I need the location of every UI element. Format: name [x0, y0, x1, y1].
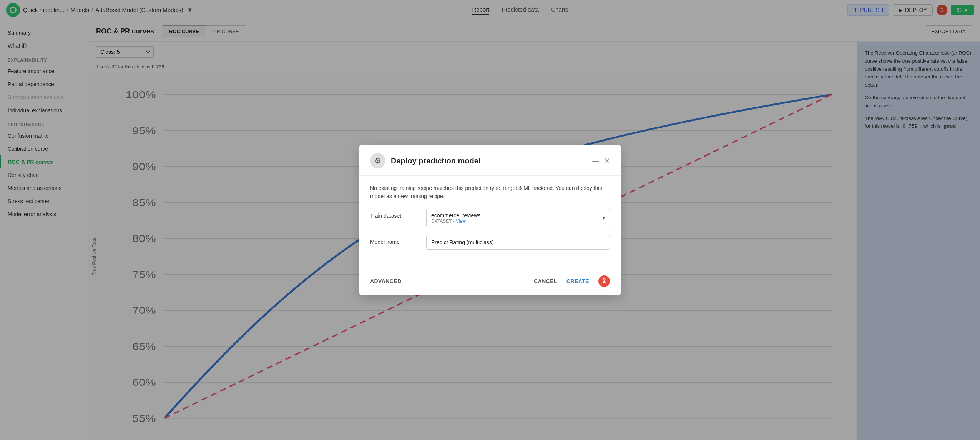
modal-title: Deploy prediction model	[391, 157, 480, 165]
train-dataset-field: Train dataset ecommerce_reviews DATASET …	[370, 209, 610, 227]
modal-header: ⚙ Deploy prediction model — ✕	[359, 145, 621, 176]
modal-close-button[interactable]: ✕	[604, 157, 610, 164]
model-name-input[interactable]	[426, 235, 610, 250]
model-name-input-wrap	[426, 235, 610, 250]
dataset-type-text: DATASET	[431, 218, 452, 224]
model-name-field: Model name	[370, 235, 610, 250]
model-name-label: Model name	[370, 235, 420, 245]
cancel-button[interactable]: CANCEL	[534, 278, 557, 284]
dataset-view-link[interactable]: View	[456, 218, 466, 224]
dataset-select-wrapper: ecommerce_reviews DATASET - View ▼	[426, 209, 610, 227]
create-button[interactable]: CREATE	[566, 278, 589, 284]
train-dataset-label: Train dataset	[370, 209, 420, 219]
modal-minimize-button[interactable]: —	[592, 157, 599, 164]
modal-body: No existing training recipe matches this…	[359, 176, 621, 266]
modal-header-actions: — ✕	[592, 157, 610, 164]
advanced-button[interactable]: ADVANCED	[370, 278, 402, 284]
deploy-prediction-modal: ⚙ Deploy prediction model — ✕ No existin…	[359, 145, 621, 295]
modal-footer: ADVANCED CANCEL CREATE 2	[359, 269, 621, 295]
dataset-dropdown-icon: ▼	[601, 215, 606, 221]
modal-footer-right: CANCEL CREATE 2	[534, 275, 610, 287]
badge-2: 2	[598, 275, 610, 287]
train-dataset-input: ecommerce_reviews DATASET - View ▼	[426, 209, 610, 227]
dataset-name: ecommerce_reviews	[431, 212, 596, 218]
modal-overlay: ⚙ Deploy prediction model — ✕ No existin…	[0, 0, 980, 440]
modal-notice: No existing training recipe matches this…	[370, 184, 610, 200]
dataset-type-label: DATASET - View	[431, 218, 596, 224]
modal-deploy-icon: ⚙	[370, 153, 385, 168]
dataset-select[interactable]: ecommerce_reviews DATASET - View	[426, 209, 610, 227]
